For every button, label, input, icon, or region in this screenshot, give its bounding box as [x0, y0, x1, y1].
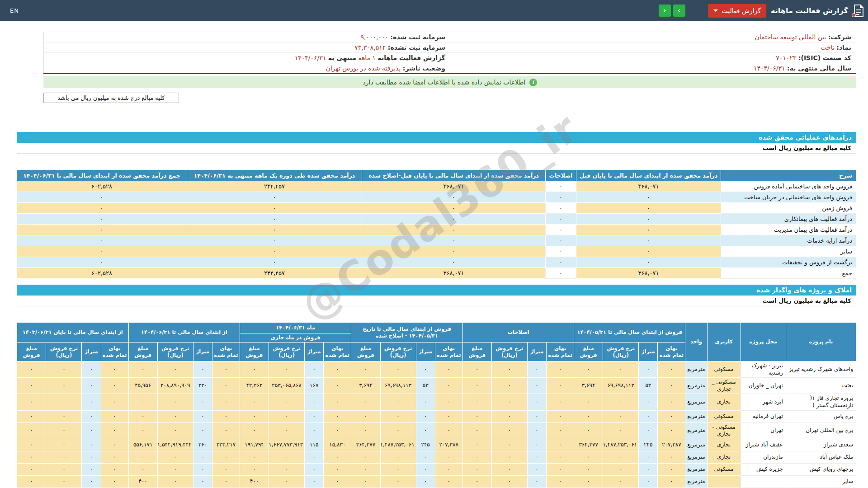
- info-label: منتهی به: [328, 54, 356, 61]
- company-info-row: نماد: ثاختسرمایه ثبت نشده: ۷۳,۳۰۸,۵۱۲: [44, 42, 856, 53]
- project-amount-cell: ۴۰۰: [240, 475, 269, 488]
- project-amount-cell: ۰: [17, 463, 46, 475]
- project-rate-cell: ۰: [491, 475, 527, 488]
- project-name: سعدی شیراز: [786, 439, 856, 451]
- revenue-cell: ۰: [17, 235, 187, 246]
- revenue-cell: ۰: [362, 257, 546, 268]
- project-cost-cell: ۰: [212, 463, 240, 475]
- signed-info-banner: i اطلاعات نمایش داده شده با اطلاعات امضا…: [43, 76, 856, 88]
- project-area-cell: ۰: [193, 463, 212, 475]
- project-cost-cell: ۰: [658, 463, 685, 475]
- project-row: برجهای رویای کیشجزیره کیشمسکونیمترمربع۰۰…: [17, 463, 856, 475]
- project-amount-cell: ۰: [128, 361, 157, 378]
- revenue-cell: ۰: [546, 257, 576, 268]
- projects-sub-header: نرخ فروش (ریال): [157, 343, 193, 361]
- revenue-cell: ۰: [546, 214, 576, 225]
- revenue-col-header: اصلاحات: [546, 170, 576, 181]
- project-area-cell: ۰: [527, 378, 546, 394]
- project-row: پروژه تجاری فاز ۱( نارنجستان گستر )ایزد …: [17, 394, 856, 410]
- revenue-col-header: درآمد محقق شده از ابتدای سال مالی تا پای…: [362, 170, 546, 181]
- company-info-cell-right: کد صنعت (ISIC): ۷۰۱۰۲۳: [450, 53, 856, 63]
- project-cost-cell: ۰: [435, 463, 462, 475]
- project-area-cell: ۰: [527, 439, 546, 451]
- report-type-button[interactable]: گزارش فعالیت: [708, 4, 767, 18]
- project-rate-cell: ۰: [603, 451, 639, 463]
- project-cost-cell: ۰: [547, 463, 574, 475]
- revenue-cell: ۰: [362, 203, 546, 214]
- info-label: شرکت:: [828, 33, 851, 41]
- project-area-cell: ۰: [82, 439, 101, 451]
- project-cost-cell: ۰: [658, 451, 685, 463]
- amounts-note-wrap: کلیه مبالغ درج شده به میلیون ریال می باش…: [43, 93, 856, 103]
- project-amount-cell: ۳,۶۹۴: [574, 378, 603, 394]
- project-amount-cell: ۰: [240, 451, 269, 463]
- signed-banner-text: اطلاعات نمایش داده شده با اطلاعات امضا ش…: [363, 79, 526, 86]
- revenue-cell: ۰: [362, 225, 546, 235]
- projects-sub-header: نرخ فروش (ریال): [46, 343, 82, 361]
- project-location: تهران فرمانیه: [741, 410, 786, 422]
- chevron-down-icon: [713, 9, 718, 12]
- revenue-cell: ۰: [362, 235, 546, 246]
- info-value: ۱۴۰۴/۰۶/۳۱: [754, 65, 785, 72]
- project-area-cell: ۰: [527, 422, 546, 439]
- nav-next-button[interactable]: ›: [673, 5, 685, 17]
- revenue-cell: ۶۰۲,۵۲۸: [17, 181, 187, 192]
- project-cost-cell: ۰: [547, 422, 574, 439]
- info-label: سال مالی منتهی به:: [787, 65, 851, 72]
- projects-sub-header: مبلغ فروش: [240, 343, 269, 361]
- projects-sub-header: نرخ فروش (ریال): [491, 343, 527, 361]
- project-cost-cell: ۰: [435, 394, 462, 410]
- project-rate-cell: ۰: [491, 451, 527, 463]
- info-value: پذیرفته شده در بورس تهران: [326, 65, 401, 72]
- project-cost-cell: ۰: [101, 378, 128, 394]
- revenue-cell: ۰: [187, 214, 362, 225]
- revenue-row: درآمد فعالیت های پیمان مدیریت۰۰۰۰۰: [17, 225, 856, 235]
- project-usage: مسکونی _ تجاری: [707, 378, 741, 394]
- project-rate-cell: ۰: [269, 410, 305, 422]
- revenue-cell: ۰: [576, 246, 721, 257]
- project-cost-cell: ۰: [658, 394, 685, 410]
- projects-group-header: از ابتدای سال مالی تا ۱۴۰۴/۰۶/۳۱: [128, 323, 240, 343]
- project-name: برجهای رویای کیش: [786, 463, 856, 475]
- nav-prev-button[interactable]: ‹: [659, 5, 671, 17]
- chevron-left-icon: ‹: [663, 6, 666, 15]
- project-area-cell: ۰: [639, 451, 658, 463]
- project-area-cell: ۲۴۵: [416, 439, 435, 451]
- project-rate-cell: ۰: [46, 422, 82, 439]
- project-location: [741, 475, 786, 488]
- project-unit: مترمربع: [685, 475, 707, 488]
- info-value: ۱۴۰۴/۰۶/۳۱: [295, 54, 326, 61]
- project-row: واحدهای شهرک رشدیه تبریزتبریز - شهرک رشد…: [17, 361, 856, 378]
- project-cost-cell: ۰: [435, 422, 462, 439]
- project-rate-cell: ۰: [46, 439, 82, 451]
- project-area-cell: ۳۶۰: [193, 439, 212, 451]
- project-cost-cell: ۰: [658, 378, 685, 394]
- project-usage: مسکونی: [707, 361, 741, 378]
- project-cost-cell: ۰: [547, 439, 574, 451]
- project-rate-cell: ۶۹,۶۹۸,۱۱۳: [603, 378, 639, 394]
- project-rate-cell: ۰: [157, 475, 193, 488]
- project-amount-cell: ۰: [17, 422, 46, 439]
- project-area-cell: ۰: [416, 361, 435, 378]
- project-amount-cell: ۰: [574, 394, 603, 410]
- project-row: سایرمترمربع۰۰۰۰۰۰۰۰۰۰۰۰۰۰۰۴۰۰۰۰۰۴۰۰۰۰۰۰: [17, 475, 856, 488]
- revenue-row-label: فروش زمین: [721, 203, 856, 214]
- project-rate-cell: ۰: [603, 410, 639, 422]
- chevron-right-icon: ›: [678, 6, 681, 15]
- project-area-cell: ۰: [639, 394, 658, 410]
- project-amount-cell: ۰: [128, 451, 157, 463]
- info-value: ۷۰۱۰۲۳: [776, 54, 796, 61]
- revenue-row-label: جمع: [721, 268, 856, 279]
- project-rate-cell: ۱,۴۸۷,۲۵۳,۰۶۱: [380, 439, 416, 451]
- project-usage: مسکونی: [707, 463, 741, 475]
- project-amount-cell: ۰: [240, 394, 269, 410]
- project-usage: [707, 475, 741, 488]
- info-label: وضعیت ناشر:: [403, 65, 445, 72]
- project-amount-cell: ۰: [462, 410, 491, 422]
- projects-sub-header: بهای تمام شده: [435, 343, 462, 361]
- projects-sub-header: نرخ فروش (ریال): [603, 343, 639, 361]
- project-cost-cell: ۰: [212, 378, 240, 394]
- language-toggle-en[interactable]: EN: [10, 7, 19, 14]
- revenue-header-row: شرحدرآمد محقق شده از ابتدای سال مالی تا …: [17, 170, 856, 181]
- project-amount-cell: ۱۹۱,۷۹۴: [240, 439, 269, 451]
